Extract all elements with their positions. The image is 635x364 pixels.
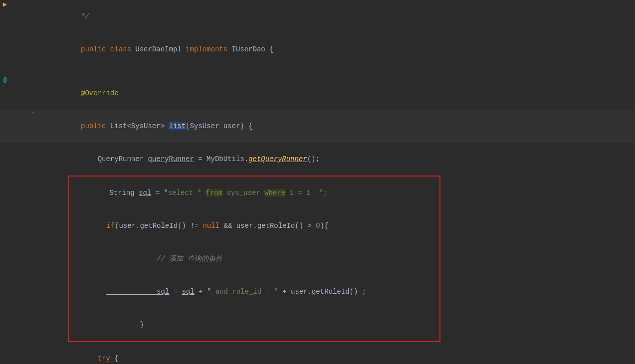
- left-margin-4: @: [0, 77, 10, 84]
- run-arrow-icon: ▶: [3, 0, 7, 8]
- line-1: ▶ */: [0, 0, 635, 33]
- line-3: [0, 66, 635, 77]
- fold-5: ▾: [30, 110, 37, 116]
- line-content-9: // 添加 查询的条件: [69, 242, 439, 275]
- line-content-1: */: [37, 0, 635, 33]
- line-content-11: }: [69, 308, 439, 341]
- line-content-6: QueryRunner queryRunner = MyDbUtils.getQ…: [37, 143, 635, 176]
- line-content-7: String sql = "select * from sys_user whe…: [72, 177, 439, 209]
- code-editor: ▶ */ public class UserDaoImpl implements…: [0, 0, 635, 364]
- line-10: sql = sql + " and role_id = " + user.get…: [69, 275, 439, 308]
- bookmark-icon-4: @: [3, 77, 6, 84]
- line-content-8: if(user.getRoleId() != null && user.getR…: [69, 209, 439, 242]
- line-content-3: [37, 66, 635, 77]
- line-7: String sql = "select * from sys_user whe…: [69, 177, 439, 209]
- line-5: ▾ public List<SysUser> list(SysUser user…: [0, 110, 635, 143]
- line-9: // 添加 查询的条件: [69, 242, 439, 275]
- left-margin-1: ▶: [0, 0, 10, 8]
- line-content-2: public class UserDaoImpl implements IUse…: [37, 33, 635, 66]
- line-content-4: @Override: [37, 77, 635, 110]
- line-6: QueryRunner queryRunner = MyDbUtils.getQ…: [0, 143, 635, 176]
- red-box-group: String sql = "select * from sys_user whe…: [68, 176, 440, 342]
- line-11: }: [69, 308, 439, 341]
- line-8: if(user.getRoleId() != null && user.getR…: [69, 209, 439, 242]
- line-content-5: public List<SysUser> list(SysUser user) …: [37, 110, 635, 143]
- line-2: public class UserDaoImpl implements IUse…: [0, 33, 635, 66]
- line-12: try {: [0, 342, 635, 364]
- line-content-10: sql = sql + " and role_id = " + user.get…: [69, 275, 439, 308]
- line-4: @ @Override: [0, 77, 635, 110]
- line-content-12: try {: [37, 342, 635, 364]
